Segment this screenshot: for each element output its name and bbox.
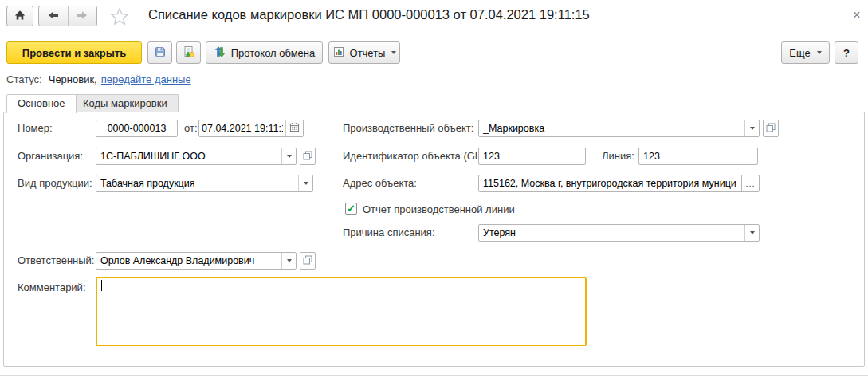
tab-marking-codes[interactable]: Коды маркировки [72, 94, 179, 112]
date-field[interactable] [198, 120, 304, 137]
chevron-down-icon [817, 51, 822, 54]
open-form-icon [766, 123, 776, 135]
product-type-input[interactable] [96, 175, 298, 191]
more-label: Еще [789, 47, 810, 59]
open-form-icon [303, 151, 312, 163]
production-object-open-button[interactable] [763, 120, 779, 137]
help-label: ? [843, 47, 850, 59]
post-document-button[interactable] [176, 41, 201, 64]
production-object-input[interactable] [479, 120, 744, 136]
address-input[interactable] [479, 175, 741, 191]
dropdown-icon [750, 127, 755, 130]
calendar-button[interactable] [285, 120, 303, 136]
page-title: Списание кодов маркировки ИС МП 0000-000… [148, 7, 590, 22]
back-arrow-icon [47, 10, 60, 23]
post-document-icon [183, 45, 195, 61]
check-icon: ✓ [347, 203, 355, 214]
close-button[interactable]: × [848, 6, 866, 24]
responsible-open-button[interactable] [300, 252, 316, 270]
production-object-dropdown-button[interactable] [744, 120, 759, 136]
dropdown-icon [287, 155, 292, 158]
number-field[interactable] [96, 120, 178, 137]
number-input[interactable] [96, 120, 177, 136]
product-type-dropdown-button[interactable] [298, 175, 312, 191]
more-button[interactable]: Еще [781, 41, 830, 64]
address-more-button[interactable]: ... [741, 175, 759, 191]
responsible-label: Ответственный: [18, 252, 94, 270]
number-label: Номер: [18, 120, 53, 137]
organization-input[interactable] [96, 148, 281, 164]
writeoff-reason-label: Причина списания: [343, 224, 435, 242]
address-label: Адрес объекта: [343, 175, 417, 192]
tab-main[interactable]: Основное [6, 94, 77, 113]
product-type-label: Вид продукции: [18, 175, 92, 192]
writeoff-reason-input[interactable] [479, 225, 744, 241]
exchange-protocol-label: Протокол обмена [231, 47, 316, 59]
gln-input[interactable] [479, 148, 585, 164]
status-value: Черновик, [49, 73, 97, 85]
dropdown-icon [750, 231, 755, 234]
date-input[interactable] [199, 120, 285, 136]
responsible-dropdown-button[interactable] [281, 253, 296, 269]
product-type-field[interactable] [96, 175, 313, 192]
status-label: Статус: [6, 73, 42, 85]
document-window: Списание кодов маркировки ИС МП 0000-000… [0, 0, 868, 378]
comment-textarea[interactable] [96, 277, 587, 346]
organization-dropdown-button[interactable] [281, 148, 296, 164]
save-icon [154, 45, 167, 61]
bottom-divider [0, 375, 868, 376]
status-row: Статус:Черновик,передайте данные [6, 73, 191, 85]
line-input[interactable] [639, 148, 757, 164]
gln-label: Идентификатор объекта (GLN) : [343, 148, 497, 165]
exchange-protocol-button[interactable]: Протокол обмена [206, 41, 323, 64]
organization-label: Организация: [18, 148, 83, 165]
post-and-close-button[interactable]: Провести и закрыть [6, 41, 142, 64]
production-line-report-checkbox[interactable]: ✓ [345, 203, 357, 215]
send-data-link[interactable]: передайте данные [101, 73, 191, 85]
forward-button[interactable] [68, 6, 97, 26]
open-form-icon [303, 255, 312, 267]
date-label: от: [184, 120, 198, 137]
responsible-input[interactable] [96, 253, 281, 269]
production-line-report-label[interactable]: Отчет производственной линии [363, 203, 515, 215]
gln-field[interactable] [478, 148, 586, 165]
production-object-field[interactable] [478, 120, 760, 137]
line-label: Линия: [602, 148, 634, 165]
home-icon [14, 9, 26, 24]
home-button[interactable] [6, 6, 33, 26]
organization-open-button[interactable] [300, 148, 316, 165]
line-field[interactable] [638, 148, 758, 165]
post-and-close-label: Провести и закрыть [22, 47, 126, 59]
back-button[interactable] [39, 6, 68, 26]
reports-button[interactable]: Отчеты [328, 41, 400, 64]
favorite-star-icon[interactable] [109, 6, 130, 27]
address-field[interactable]: ... [478, 175, 760, 192]
save-button[interactable] [147, 41, 172, 64]
writeoff-reason-field[interactable] [478, 224, 760, 242]
calendar-icon [289, 122, 300, 135]
help-button[interactable]: ? [835, 41, 858, 64]
forward-arrow-icon [76, 10, 88, 23]
exchange-arrows-icon [214, 45, 226, 61]
reports-icon [332, 45, 345, 61]
dropdown-icon [287, 259, 292, 262]
text-caret [101, 280, 102, 291]
writeoff-reason-dropdown-button[interactable] [744, 225, 759, 241]
production-object-label: Производственный объект: [343, 120, 473, 137]
reports-label: Отчеты [350, 47, 386, 59]
chevron-down-icon [391, 51, 396, 54]
responsible-field[interactable] [96, 252, 297, 270]
comment-label: Комментарий: [18, 279, 86, 297]
dropdown-icon [304, 182, 308, 185]
history-nav [38, 6, 97, 26]
organization-field[interactable] [96, 148, 297, 165]
